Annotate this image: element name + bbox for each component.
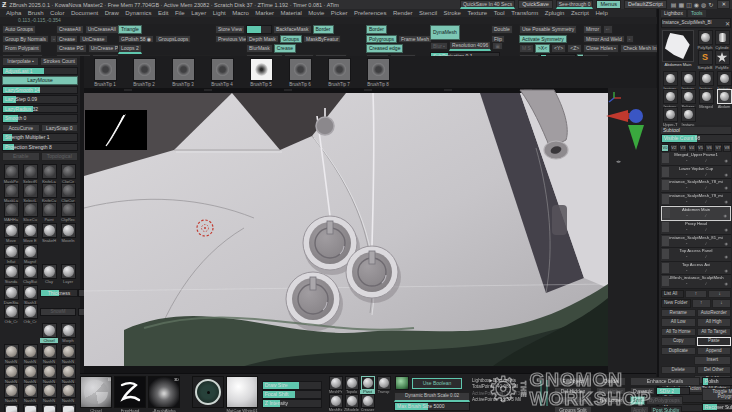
bypolygroups-toggle[interactable]: ByPolygroups <box>646 396 683 405</box>
button-group-by-normals[interactable]: Group By Normals <box>2 35 49 44</box>
brushtip-6[interactable]: BrushTip 6 <box>285 58 315 88</box>
button-use-posable-symmetry[interactable]: Use Posable Symmetry <box>519 25 577 34</box>
menu-render[interactable]: Render <box>393 10 413 16</box>
brushtip-4[interactable]: BrushTip 4 <box>207 58 237 88</box>
button-backfacemask[interactable]: BackfaceMask <box>273 25 312 34</box>
eye-icon[interactable]: ◉ <box>725 281 729 286</box>
subtool-mini-icon[interactable]: ◔ <box>685 281 687 286</box>
button-[interactable]: ▪ <box>626 35 634 44</box>
instance-thumb[interactable]: Upper-T <box>662 107 678 127</box>
bottom-thumb-matcap-white01[interactable]: MatCap White01 <box>226 376 258 412</box>
menu-zscript[interactable]: Zscript <box>571 10 589 16</box>
button-lazymouse[interactable]: LazyMouse <box>2 76 78 85</box>
slider-lazyradius-32[interactable]: LazyRadius 32 <box>2 105 78 114</box>
slider-recover-subdiv[interactable]: Recover Subdiv <box>702 403 732 412</box>
instance-thumb[interactable]: Abdom <box>716 89 732 109</box>
subtool-item[interactable]: Top Access Panel▰◔∕◉ <box>661 248 731 262</box>
button-creaseall[interactable]: CreaseAll <box>56 25 84 34</box>
instance-thumb[interactable]: Merged <box>698 89 714 109</box>
button-all-high[interactable]: All High <box>697 318 732 327</box>
brush-thumb[interactable]: Planar <box>59 404 77 412</box>
brush-thumb[interactable]: NashN <box>40 364 58 384</box>
button-blur[interactable]: Blur ▪ <box>430 42 448 51</box>
tool-thumb-cylinde[interactable]: Cylinde <box>714 30 730 50</box>
subtool-item[interactable]: Top Access Axi▰◔∕◉ <box>661 262 731 276</box>
refresh-icon[interactable]: ↻ <box>708 2 713 8</box>
menu-picker[interactable]: Picker <box>331 10 348 16</box>
brush-thumb[interactable]: Clay <box>40 264 58 284</box>
subtool-mini-icon[interactable]: ◔ <box>685 199 687 204</box>
mini-transp[interactable]: Transp <box>376 376 391 394</box>
menu-tool[interactable]: Tool <box>494 10 505 16</box>
mini-meshpr[interactable]: MeshPr <box>328 376 343 394</box>
tab-tools[interactable]: Tools <box>688 10 706 17</box>
button-blurmask[interactable]: BlurMask <box>246 44 273 53</box>
menu-layer[interactable]: Layer <box>191 10 206 16</box>
vtab-v4[interactable]: V4 <box>688 144 696 153</box>
instance-thumb[interactable]: Instanc <box>716 71 732 91</box>
subtool-mini-icon[interactable]: ◔ <box>685 158 687 163</box>
brush-thumb[interactable]: NashN <box>40 344 58 364</box>
button-strokes-count[interactable]: Strokes Count <box>40 57 78 66</box>
menu-file[interactable]: File <box>175 10 185 16</box>
brush-thumb[interactable]: Standa <box>2 264 20 284</box>
subtool-mini-icon[interactable]: ◔ <box>685 172 687 177</box>
brush-thumb[interactable]: SnakeH <box>40 223 58 243</box>
menu-alpha[interactable]: Alpha <box>6 10 21 16</box>
button-groups[interactable]: Groups <box>280 35 302 44</box>
menu-movie[interactable]: Movie <box>308 10 324 16</box>
dynamic-brush-scale[interactable]: Dynamic Brush Scale 0.02 <box>394 392 470 402</box>
brush-thumb[interactable]: NashN <box>40 383 58 403</box>
button-rename[interactable]: Rename <box>661 309 696 318</box>
button-m-s[interactable]: M S <box>519 44 534 53</box>
brush-thumb[interactable]: Inflat <box>2 244 20 264</box>
button-resolution-4096[interactable]: Resolution 4096 <box>449 41 491 51</box>
brush-thumb[interactable]: SelectR <box>21 164 39 184</box>
smt-toggle[interactable]: Smt <box>630 396 645 405</box>
hand-icon[interactable]: ◫ <box>686 2 692 8</box>
new-folder-button[interactable]: New Folder <box>661 299 691 308</box>
menu-draw[interactable]: Draw <box>105 10 119 16</box>
menu-zplugin[interactable]: Zplugin <box>545 10 565 16</box>
button-auto-groups[interactable]: Auto Groups <box>2 25 36 34</box>
button-insert[interactable]: Insert <box>694 356 732 365</box>
brush-thumb[interactable]: MoveIn <box>59 223 77 243</box>
brush-thumb[interactable]: NashN <box>2 383 20 403</box>
toggle-mask-by-polygroups[interactable]: Toggle Mask By Polygroups <box>702 388 732 401</box>
eye-icon[interactable]: ◉ <box>725 199 729 204</box>
layout-icon[interactable]: ▦ <box>679 2 685 8</box>
bottom-thumb-chisel[interactable]: BChisel <box>80 376 112 412</box>
button-triangle[interactable]: Triangle <box>118 25 142 34</box>
brushtip-7[interactable]: BrushTip 7 <box>324 58 354 88</box>
instance-thumb[interactable]: Instanc <box>698 71 714 91</box>
slider-thickness[interactable]: Thickness <box>40 289 78 298</box>
chip-thickness[interactable]: Thickness <box>40 289 76 298</box>
bottom-thumb-freehand[interactable]: FreeHand <box>114 376 146 412</box>
menu-macro[interactable]: Macro <box>232 10 249 16</box>
button-fillobject[interactable]: FillObject <box>554 377 592 386</box>
slider-projection-strength-8[interactable]: Projection Strength 8 <box>2 143 78 152</box>
boolean-brush-thumb[interactable] <box>394 376 409 390</box>
subtool-item[interactable]: instance_SculptMesh_81_mi▰◔∕◉ <box>661 235 731 249</box>
button-lazysnap-0[interactable]: LazySnap 0 <box>41 124 79 133</box>
bottom-thumb--brushalpha[interactable]: 3D-BrushAlpha <box>148 376 180 412</box>
brush-thumb[interactable]: NashN <box>2 364 20 384</box>
brushtip-1[interactable]: BrushTip 1 <box>90 58 120 88</box>
mini-meshex[interactable]: MeshEx <box>328 394 343 412</box>
arrow-up-icon[interactable]: ↑ <box>692 299 711 308</box>
vtab-v6[interactable]: V6 <box>705 144 713 153</box>
list-all-button[interactable]: List All <box>661 290 684 299</box>
button-check-mesh-in[interactable]: Check Mesh In <box>620 44 659 53</box>
button-mirror-and-weld[interactable]: Mirror And Weld <box>583 35 625 44</box>
button-border[interactable]: Border <box>366 25 387 34</box>
menu-help[interactable]: Help <box>595 10 607 16</box>
menu-material[interactable]: Material <box>281 10 302 16</box>
brush-thumb[interactable]: MAHHa <box>2 202 20 222</box>
brush-thumb[interactable]: Paint <box>40 202 58 222</box>
arrow-down-icon[interactable]: ↓ <box>708 290 731 299</box>
brush-thumb[interactable]: Magnif <box>21 244 39 264</box>
instance-thumb[interactable]: Instanc <box>662 71 678 91</box>
eye-icon[interactable]: ◉ <box>725 172 729 177</box>
menu-document[interactable]: Document <box>71 10 98 16</box>
tool-thumb-polyme[interactable]: PolyMe <box>714 50 730 70</box>
